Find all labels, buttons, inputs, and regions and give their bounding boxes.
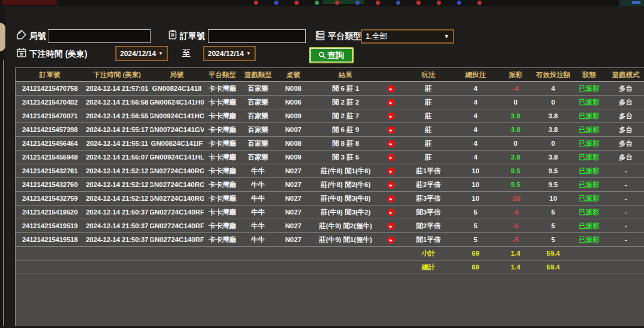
cell-game-mode: - — [607, 164, 644, 178]
cell-table-no: N008 — [275, 137, 311, 151]
query-button-label: 查詢 — [327, 50, 344, 61]
cell-game-mode: 多台 — [607, 123, 644, 137]
cell-order-no: 241214215456464 — [16, 137, 84, 151]
cell-result: 莊(牛8) 閒3(牛8) — [311, 192, 380, 206]
cell-platform-type: 卡卡灣廳 — [204, 137, 241, 151]
cell-replay[interactable]: ▶ — [380, 206, 401, 219]
cell-replay[interactable]: ▶ — [380, 96, 401, 109]
cell-result: 閒 3 莊 5 — [311, 151, 380, 164]
cell-payout: -10 — [496, 192, 535, 206]
calendar-icon — [16, 47, 27, 58]
background-decor — [632, 1, 640, 4]
replay-play-icon[interactable]: ▶ — [387, 195, 395, 203]
cell-bet-time: 2024-12-14 21:52:12 — [84, 164, 150, 178]
replay-play-icon[interactable]: ▶ — [387, 236, 395, 244]
cell-status: 已派彩 — [571, 82, 607, 96]
cell-total-bet: 10 — [455, 178, 496, 192]
cell-total-bet: 4 — [455, 151, 496, 164]
cell-payout: -4 — [496, 82, 535, 96]
cell-table-no: N027 — [275, 233, 311, 247]
cell-bet-time: 2024-12-14 21:55:07 — [84, 151, 150, 164]
cell-platform-type: 卡卡灣廳 — [204, 219, 241, 233]
replay-play-icon[interactable]: ▶ — [387, 209, 395, 216]
cell-play-type: 閒2平倍 — [401, 219, 455, 233]
cell-replay[interactable]: ▶ — [380, 219, 401, 233]
order-no-label: 訂單號 — [180, 31, 205, 42]
roadmap-dot — [355, 1, 360, 5]
query-button[interactable]: 查詢 — [309, 47, 354, 63]
replay-play-icon[interactable]: ▶ — [387, 85, 395, 93]
cell-result: 莊(牛9) 閒2(無牛) — [311, 219, 380, 233]
replay-play-icon[interactable]: ▶ — [387, 181, 395, 189]
cell-valid-bet: 9.5 — [535, 178, 571, 192]
replay-play-icon[interactable]: ▶ — [387, 140, 395, 148]
cell-platform-type: 卡卡灣廳 — [204, 192, 241, 206]
cell-total-bet: 5 — [455, 233, 496, 247]
platform-type-icon — [315, 30, 326, 41]
replay-play-icon[interactable]: ▶ — [387, 167, 395, 175]
order-no-input[interactable] — [208, 29, 306, 43]
header-payout: 派彩 — [496, 68, 535, 82]
cell-replay[interactable]: ▶ — [380, 151, 401, 164]
cell-payout: 9.5 — [496, 164, 535, 178]
cell-replay[interactable]: ▶ — [380, 192, 401, 206]
cell-payout: 0 — [496, 96, 535, 109]
cell-platform-type: 卡卡灣廳 — [204, 206, 241, 219]
grandtotal-row-payout: 1.4 — [496, 260, 535, 274]
background-page-sliver — [0, 0, 644, 6]
cell-total-bet: 10 — [455, 192, 496, 206]
replay-play-icon[interactable]: ▶ — [387, 222, 395, 230]
cell-game-type: 牛牛 — [241, 192, 275, 206]
frame-decor — [0, 23, 5, 51]
cell-play-type: 莊 — [401, 137, 455, 151]
cell-status: 已派彩 — [571, 123, 607, 137]
cell-replay[interactable]: ▶ — [380, 109, 401, 123]
cell-status: 已派彩 — [571, 178, 607, 192]
cell-bet-time: 2024-12-14 21:50:37 — [84, 233, 150, 247]
date-to-select[interactable]: 2024/12/14 ▼ — [203, 46, 256, 61]
date-from-select[interactable]: 2024/12/14 ▼ — [115, 46, 168, 61]
cell-play-type: 莊1平倍 — [401, 164, 455, 178]
clipboard-icon — [167, 29, 178, 40]
cell-game-no: GN00624C141H0 — [150, 96, 204, 109]
roadmap-dot — [254, 1, 258, 5]
replay-play-icon[interactable]: ▶ — [387, 126, 395, 134]
cell-payout: 3.8 — [496, 151, 535, 164]
frame-decor — [3, 60, 4, 328]
platform-type-select[interactable]: 1.全部 ▼ — [361, 29, 454, 44]
cell-valid-bet: 3.8 — [535, 123, 571, 137]
cell-replay[interactable]: ▶ — [380, 137, 401, 151]
replay-play-icon[interactable]: ▶ — [387, 99, 395, 106]
cell-valid-bet: 4 — [535, 82, 571, 96]
replay-play-icon[interactable]: ▶ — [387, 154, 395, 161]
cell-status: 已派彩 — [571, 192, 607, 206]
header-game-no: 局號 — [150, 68, 204, 82]
cell-replay[interactable]: ▶ — [380, 123, 401, 137]
cell-replay[interactable]: ▶ — [380, 233, 401, 247]
cell-total-bet: 4 — [455, 109, 496, 123]
cell-game-type: 牛牛 — [241, 233, 275, 247]
date-to-value: 2024/12/14 — [208, 50, 244, 58]
cell-result: 閒 6 莊 1 — [311, 82, 380, 96]
cell-status: 已派彩 — [571, 109, 607, 123]
subtotal-row-spacer — [16, 247, 401, 260]
cell-game-mode: - — [607, 178, 644, 192]
cell-total-bet: 5 — [455, 219, 496, 233]
cell-order-no: 241214215455948 — [16, 151, 84, 164]
page-frame-edge — [0, 6, 5, 328]
cell-game-type: 百家樂 — [241, 123, 275, 137]
game-no-input[interactable] — [48, 29, 151, 43]
cell-replay[interactable]: ▶ — [380, 164, 401, 178]
cell-order-no: 241214215432761 — [16, 164, 84, 178]
replay-play-icon[interactable]: ▶ — [387, 112, 395, 120]
platform-type-label: 平台類型 — [328, 31, 361, 42]
background-decor — [2, 0, 57, 5]
cell-play-type: 莊3平倍 — [401, 192, 455, 206]
roadmap-dot — [295, 1, 299, 5]
cell-table-no: N027 — [275, 164, 311, 178]
header-result-icon-spacer — [380, 68, 401, 82]
bet-history-panel: 局號 訂單號 平台類型 1.全部 ▼ 下注時間 (美東) 2024/12/14 … — [5, 6, 644, 328]
chevron-down-icon: ▼ — [158, 51, 163, 56]
cell-replay[interactable]: ▶ — [380, 178, 401, 192]
cell-replay[interactable]: ▶ — [380, 82, 401, 96]
